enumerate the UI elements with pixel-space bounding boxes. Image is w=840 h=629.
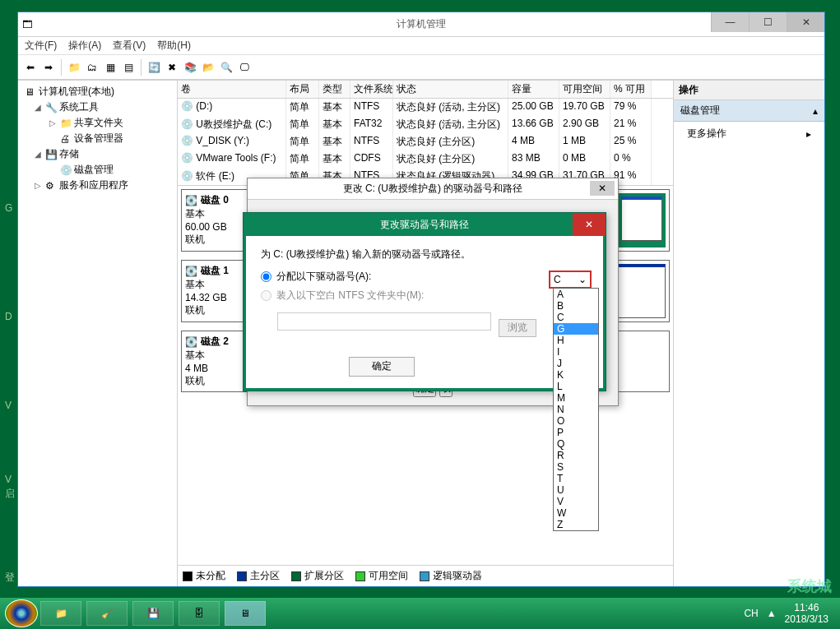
settings-icon[interactable]: 📚	[183, 60, 197, 75]
col-percent[interactable]: % 可用	[610, 81, 652, 98]
menu-view[interactable]: 查看(V)	[113, 39, 146, 53]
watermark: 系统城	[787, 576, 832, 596]
mount-path-field	[277, 312, 491, 331]
window-title: 计算机管理	[397, 17, 446, 31]
menu-action[interactable]: 操作(A)	[68, 39, 101, 53]
drive-option-H[interactable]: H	[554, 335, 598, 346]
volume-row[interactable]: 💿 (D:)简单基本NTFS状态良好 (活动, 主分区)25.00 GB19.7…	[178, 99, 673, 116]
menu-help[interactable]: 帮助(H)	[157, 39, 191, 53]
app-icon: 🗔	[22, 19, 32, 30]
drive-option-R[interactable]: R	[554, 450, 598, 461]
col-filesystem[interactable]: 文件系统	[350, 81, 393, 98]
col-capacity[interactable]: 容量	[508, 81, 559, 98]
browse-button: 浏览	[499, 319, 536, 337]
system-tray[interactable]: CH ▲ 11:46 2018/3/13	[744, 602, 835, 625]
volume-list: 卷 布局 类型 文件系统 状态 容量 可用空间 % 可用 💿 (D:)简单基本N…	[178, 81, 673, 186]
chevron-down-icon: ⌄	[578, 274, 587, 285]
volume-row[interactable]: 💿 U教授维护盘 (C:)简单基本FAT32状态良好 (活动, 主分区)13.6…	[178, 116, 673, 133]
refresh-icon[interactable]: 🔄	[146, 60, 161, 75]
tray-flag-icon[interactable]: ▲	[767, 608, 777, 619]
col-status[interactable]: 状态	[393, 81, 508, 98]
actions-diskmgmt[interactable]: 磁盘管理▴	[674, 100, 824, 122]
col-type[interactable]: 类型	[319, 81, 350, 98]
drive-option-U[interactable]: U	[554, 484, 598, 496]
drive-option-J[interactable]: J	[554, 358, 598, 369]
col-layout[interactable]: 布局	[286, 81, 319, 98]
tree-shared-folders[interactable]: ▷📁共享文件夹	[21, 115, 174, 131]
drive-option-C[interactable]: C	[554, 312, 598, 323]
drive-option-I[interactable]: I	[554, 346, 598, 358]
drive-option-B[interactable]: B	[554, 300, 598, 312]
delete-icon[interactable]: ✖	[165, 60, 179, 75]
outer-dialog-title-bar[interactable]: 更改 C: (U教授维护盘) 的驱动器号和路径 ✕	[248, 178, 618, 200]
drive-option-K[interactable]: K	[554, 369, 598, 381]
tree-device-manager[interactable]: 🖨设备管理器	[21, 131, 174, 146]
help-icon[interactable]: 🖵	[237, 60, 252, 75]
assign-letter-radio[interactable]	[261, 271, 271, 282]
inner-close-button[interactable]: ✕	[573, 213, 606, 236]
disk-icon: 💽	[185, 336, 197, 348]
drive-option-Q[interactable]: Q	[554, 438, 598, 450]
inner-ok-button[interactable]: 确定	[349, 357, 415, 377]
drive-option-Z[interactable]: Z	[554, 519, 598, 530]
col-volume[interactable]: 卷	[178, 81, 286, 98]
forward-icon[interactable]: ➡	[41, 60, 56, 75]
task-compmgmt[interactable]: 🖥	[225, 601, 266, 626]
assign-letter-label: 分配以下驱动器号(A):	[276, 270, 371, 284]
properties-icon[interactable]: 🗂	[85, 60, 100, 75]
actions-more[interactable]: 更多操作▸	[674, 122, 824, 146]
dialog-intro-text: 为 C: (U教授维护盘) 输入新的驱动器号或路径。	[261, 247, 588, 261]
tree-system-tools[interactable]: ◢🔧系统工具	[21, 99, 174, 115]
title-bar: 🗔 计算机管理 — ☐ ✕	[18, 12, 824, 37]
menu-file[interactable]: 文件(F)	[25, 39, 57, 53]
maximize-button[interactable]: ☐	[749, 12, 787, 32]
drive-letter-dropdown[interactable]: ABCGHIJKLMNOPQRSTUVWZ	[553, 288, 599, 531]
legend: 未分配 主分区 扩展分区 可用空间 逻辑驱动器	[178, 565, 673, 586]
task-explorer[interactable]: 📁	[40, 601, 81, 626]
volume-row[interactable]: 💿 V_DISK (Y:)简单基本NTFS状态良好 (主分区)4 MB1 MB2…	[178, 133, 673, 150]
disk-icon: 💽	[185, 266, 197, 277]
taskbar: 📁 🧹 💾 🗄 🖥 CH ▲ 11:46 2018/3/13	[0, 598, 840, 629]
drive-option-T[interactable]: T	[554, 473, 598, 484]
tray-date[interactable]: 2018/3/13	[785, 613, 828, 625]
drive-option-M[interactable]: M	[554, 392, 598, 404]
view2-icon[interactable]: ▤	[121, 60, 136, 75]
mount-folder-radio	[261, 290, 271, 301]
navigation-tree[interactable]: 🖥计算机管理(本地) ◢🔧系统工具 ▷📁共享文件夹 🖨设备管理器 ◢💾存储 💿磁…	[18, 81, 178, 586]
view1-icon[interactable]: ▦	[103, 60, 118, 75]
drive-option-A[interactable]: A	[554, 289, 598, 300]
col-free[interactable]: 可用空间	[559, 81, 610, 98]
drive-letter-select[interactable]: C ⌄	[549, 271, 592, 289]
drive-option-W[interactable]: W	[554, 507, 598, 519]
drive-option-O[interactable]: O	[554, 415, 598, 427]
back-icon[interactable]: ⬅	[23, 60, 38, 75]
tree-root[interactable]: 🖥计算机管理(本地)	[21, 84, 174, 99]
outer-close-button[interactable]: ✕	[590, 181, 615, 196]
drive-option-N[interactable]: N	[554, 404, 598, 415]
chevron-right-icon: ▸	[806, 128, 811, 140]
drive-option-L[interactable]: L	[554, 381, 598, 392]
tree-disk-management[interactable]: 💿磁盘管理	[21, 162, 174, 178]
tree-storage[interactable]: ◢💾存储	[21, 146, 174, 162]
tray-language[interactable]: CH	[744, 608, 758, 619]
volume-row[interactable]: 💿 VMware Tools (F:)简单基本CDFS状态良好 (主分区)83 …	[178, 150, 673, 168]
volume-header: 卷 布局 类型 文件系统 状态 容量 可用空间 % 可用	[178, 81, 673, 99]
tree-services-apps[interactable]: ▷⚙服务和应用程序	[21, 178, 174, 193]
task-app-3[interactable]: 🗄	[179, 601, 220, 626]
start-button[interactable]	[5, 599, 38, 627]
folder-icon[interactable]: 📁	[67, 60, 81, 75]
drive-option-S[interactable]: S	[554, 461, 598, 473]
drive-option-V[interactable]: V	[554, 496, 598, 507]
task-app-2[interactable]: 💾	[132, 601, 174, 626]
open-icon[interactable]: 📂	[201, 60, 216, 75]
actions-pane: 操作 磁盘管理▴ 更多操作▸	[673, 81, 824, 586]
close-button[interactable]: ✕	[787, 12, 824, 32]
tray-time[interactable]: 11:46	[785, 602, 828, 613]
task-app-1[interactable]: 🧹	[86, 601, 128, 626]
drive-option-P[interactable]: P	[554, 427, 598, 438]
outer-dialog-title: 更改 C: (U教授维护盘) 的驱动器号和路径	[343, 182, 523, 196]
inner-dialog-title-bar[interactable]: 更改驱动器号和路径 ✕	[244, 213, 606, 236]
drive-option-G[interactable]: G	[554, 323, 598, 335]
minimize-button[interactable]: —	[711, 12, 749, 32]
search-icon[interactable]: 🔍	[219, 60, 234, 75]
